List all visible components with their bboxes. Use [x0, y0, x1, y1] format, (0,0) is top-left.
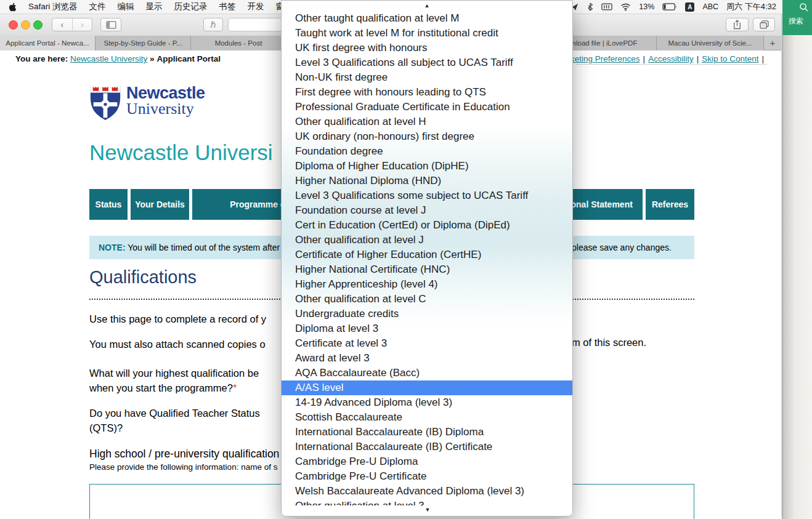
logo-text: Newcastle University: [126, 85, 205, 121]
browser-tab[interactable]: Step-by-Step Guide - P...: [95, 36, 191, 50]
dropdown-option[interactable]: Certificate of Higher Education (CertHE): [282, 247, 572, 262]
dropdown-option[interactable]: Professional Graduate Certificate in Edu…: [282, 100, 572, 115]
highest-qualification-question: What will your highest qualification be …: [89, 366, 259, 395]
dropdown-scroll-up-icon[interactable]: ▲: [282, 2, 572, 9]
input-source-label[interactable]: ABC: [702, 2, 718, 11]
dropdown-option[interactable]: Undergraduate credits: [282, 307, 572, 321]
dropdown-option[interactable]: Level 3 Qualifications all subject to UC…: [282, 55, 572, 70]
background-search-label: 搜索: [789, 16, 803, 26]
dropdown-option[interactable]: Higher National Certificate (HNC): [282, 262, 572, 277]
browser-tab[interactable]: Applicant Portal - Newca...: [0, 36, 95, 50]
dropdown-option[interactable]: Scottish Baccalaureate: [282, 410, 572, 425]
dropdown-option[interactable]: Diploma at level 3: [282, 321, 572, 336]
history-nav-buttons: ‹ ›: [52, 18, 92, 31]
search-icon: [799, 2, 809, 12]
bluetooth-icon[interactable]: [587, 2, 593, 11]
menubar-menus: Safari 浏览器 文件 编辑 显示 历史记录 书签 开发 窗口: [0, 1, 293, 12]
portal-nav-tab[interactable]: Your Details: [131, 189, 189, 220]
forward-button[interactable]: ›: [72, 18, 92, 31]
dropdown-option[interactable]: Other taught qualification at level M: [282, 11, 572, 26]
background-window-toolbar: 搜索: [782, 0, 812, 35]
dropdown-option[interactable]: Higher National Diploma (HND): [282, 174, 572, 188]
utility-separator: |: [643, 54, 646, 63]
newcastle-shield-icon: [89, 85, 121, 121]
dropdown-option[interactable]: Certificate at level 3: [282, 336, 572, 351]
background-window-edge: [782, 35, 812, 519]
required-asterisk: *: [233, 382, 237, 393]
high-school-section-title: High school / pre-university qualificati…: [89, 448, 279, 461]
dropdown-bottom-strip: ▼: [282, 505, 573, 515]
dropdown-option[interactable]: Foundation degree: [282, 144, 572, 159]
apple-icon[interactable]: [9, 2, 17, 12]
dropdown-option[interactable]: Taught work at level M for institutional…: [282, 26, 572, 41]
dropdown-option[interactable]: Non-UK first degree: [282, 70, 572, 85]
menu-view[interactable]: 显示: [146, 1, 163, 12]
logo-word-2: University: [126, 101, 205, 117]
dropdown-option[interactable]: Cert in Education (CertEd) or Diploma (D…: [282, 218, 572, 233]
dropdown-option[interactable]: International Baccalaureate (IB) Diploma: [282, 425, 572, 440]
menu-bookmarks[interactable]: 书签: [219, 1, 236, 12]
dropdown-option[interactable]: Level 3 Qualifications some subject to U…: [282, 188, 572, 203]
menu-file[interactable]: 文件: [89, 1, 106, 12]
logo-word-1: Newcastle: [126, 85, 205, 101]
utility-link[interactable]: Accessibility: [648, 54, 694, 63]
dropdown-option[interactable]: A/AS level: [282, 380, 572, 395]
portal-nav-tab[interactable]: Status: [89, 189, 128, 220]
intro-paragraph: Use this page to complete a record of y: [89, 312, 266, 326]
dropdown-option[interactable]: Foundation course at level J: [282, 203, 572, 218]
menubar-status: 13% A ABC 周六 下午4:32: [553, 0, 776, 14]
dropdown-option[interactable]: 14-19 Advanced Diploma (level 3): [282, 395, 572, 410]
utility-separator: |: [697, 54, 699, 63]
extension-button[interactable]: ℏ: [203, 18, 223, 31]
university-logo[interactable]: Newcastle University: [89, 85, 205, 121]
dropdown-option[interactable]: Award at level 3: [282, 351, 572, 366]
header-divider: [576, 64, 767, 65]
menu-edit[interactable]: 编辑: [118, 1, 134, 12]
keyboard-icon[interactable]: [601, 3, 612, 10]
dropdown-option[interactable]: Other qualification at level C: [282, 292, 572, 307]
share-button[interactable]: [726, 18, 749, 31]
section-title: Qualifications: [89, 267, 197, 288]
breadcrumb: You are here: Newcastle University » App…: [15, 54, 221, 63]
attach-paragraph-right: m of this screen.: [572, 337, 646, 348]
dropdown-option[interactable]: Cambridge Pre-U Certificate: [282, 469, 572, 484]
battery-icon: [662, 3, 677, 10]
note-text-left: You will be timed out of the system afte…: [128, 243, 280, 252]
attach-paragraph-left: You must also attach scanned copies o: [89, 337, 266, 352]
browser-tab[interactable]: Macau University of Scie...: [657, 36, 764, 50]
utility-links: Marketing Preferences|Accessibility|Skip…: [556, 54, 767, 63]
new-tab-button[interactable]: +: [764, 36, 781, 50]
portal-nav-tab[interactable]: Referees: [646, 189, 694, 220]
menu-develop[interactable]: 开发: [248, 1, 264, 12]
dropdown-scroll-down-icon[interactable]: ▼: [282, 507, 573, 513]
utility-link[interactable]: Skip to Content: [702, 54, 758, 63]
zoom-window-button[interactable]: [33, 20, 43, 30]
dropdown-option[interactable]: AQA Baccalaureate (Bacc): [282, 366, 572, 380]
dropdown-option[interactable]: International Baccalaureate (IB) Certifi…: [282, 440, 572, 454]
dropdown-option[interactable]: Other qualification at level J: [282, 233, 572, 247]
dropdown-option[interactable]: Higher Apprenticeship (level 4): [282, 277, 572, 292]
menubar-clock[interactable]: 周六 下午4:32: [726, 1, 776, 12]
breadcrumb-home-link[interactable]: Newcastle University: [70, 54, 147, 63]
dropdown-list: Other taught qualification at level MTau…: [282, 11, 572, 513]
close-window-button[interactable]: [9, 20, 18, 30]
input-source-icon[interactable]: A: [685, 2, 694, 12]
dropdown-option[interactable]: Cambridge Pre-U Diploma: [282, 454, 572, 469]
tab-overview-button[interactable]: [753, 18, 775, 31]
qualification-dropdown[interactable]: ▲ Other taught qualification at level MT…: [281, 0, 573, 517]
menu-history[interactable]: 历史记录: [174, 1, 208, 12]
high-school-section-subtitle: Please provide the following information…: [89, 462, 277, 472]
back-button[interactable]: ‹: [52, 18, 72, 31]
dropdown-option[interactable]: First degree with honours leading to QTS: [282, 85, 572, 100]
dropdown-option[interactable]: Diploma of Higher Education (DipHE): [282, 159, 572, 174]
breadcrumb-prefix: You are here:: [15, 54, 68, 63]
menu-safari[interactable]: Safari 浏览器: [28, 1, 78, 12]
dropdown-option[interactable]: UK ordinary (non-honours) first degree: [282, 129, 572, 144]
dropdown-option[interactable]: Other qualification at level H: [282, 115, 572, 129]
dropdown-option[interactable]: Welsh Baccalaureate Advanced Diploma (le…: [282, 484, 572, 499]
dropdown-option[interactable]: UK first degree with honours: [282, 41, 572, 55]
wifi-icon[interactable]: [620, 3, 631, 11]
browser-tab[interactable]: Modules - Post: [191, 36, 286, 50]
sidebar-button[interactable]: [100, 18, 121, 31]
minimize-window-button[interactable]: [21, 20, 30, 30]
